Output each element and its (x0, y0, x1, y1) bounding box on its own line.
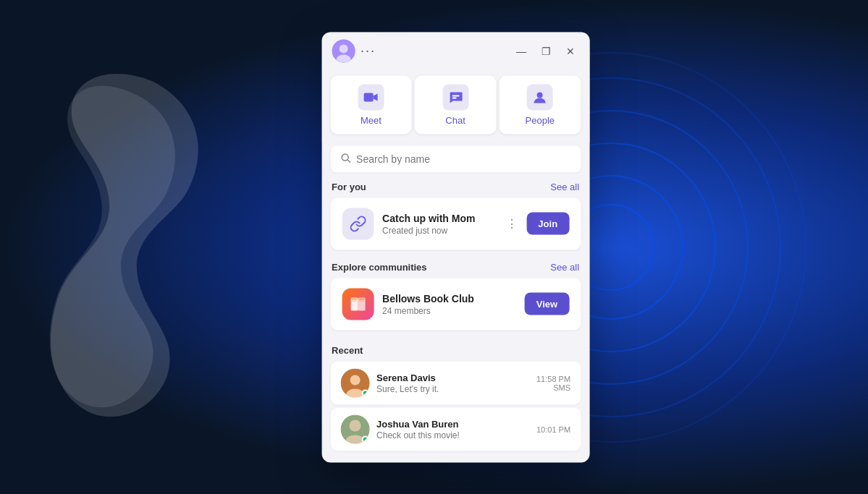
joshua-timestamp: 10:01 PM (536, 425, 570, 433)
user-avatar[interactable] (332, 39, 355, 62)
book-club-actions: View (525, 293, 569, 315)
svg-point-1 (339, 44, 347, 53)
svg-rect-13 (351, 300, 357, 301)
recent-section: Recent Serena Davis Sure, Let's try it. … (321, 341, 589, 462)
joshua-avatar (340, 414, 369, 443)
svg-rect-4 (452, 95, 459, 96)
explore-see-all[interactable]: See all (550, 261, 579, 272)
svg-rect-12 (358, 298, 364, 299)
people-button[interactable]: People (499, 75, 581, 134)
svg-point-19 (349, 420, 361, 431)
catch-up-more-button[interactable]: ⋮ (503, 214, 521, 234)
svg-point-6 (537, 92, 543, 98)
people-icon (527, 84, 553, 110)
minimize-button[interactable]: — (513, 42, 530, 59)
svg-line-8 (347, 160, 350, 163)
nav-buttons: Meet Chat People (321, 69, 589, 142)
svg-point-16 (350, 375, 360, 385)
chat-label: Chat (445, 114, 465, 125)
meet-button[interactable]: Meet (330, 75, 412, 134)
close-button[interactable]: ✕ (562, 42, 579, 59)
serena-message: Sure, Let's try it. (376, 383, 529, 393)
serena-avatar (340, 368, 369, 397)
catch-up-icon (342, 208, 374, 239)
svg-rect-11 (351, 298, 357, 299)
view-button[interactable]: View (525, 293, 569, 315)
serena-timestamp: 11:58 PM (536, 374, 570, 383)
svg-rect-5 (452, 97, 456, 98)
chat-button[interactable]: Chat (415, 75, 497, 134)
joshua-info: Joshua Van Buren Check out this movie! (376, 418, 529, 440)
svg-rect-3 (363, 93, 373, 101)
book-club-title: Bellows Book Club (382, 292, 516, 304)
explore-header: Explore communities See all (330, 261, 581, 272)
joshua-time: 10:01 PM (536, 425, 570, 433)
svg-rect-14 (358, 300, 364, 301)
title-bar-left: ··· (332, 39, 376, 62)
join-button[interactable]: Join (526, 213, 569, 235)
for-you-see-all[interactable]: See all (550, 181, 579, 192)
search-input[interactable] (356, 153, 570, 165)
recent-item-serena[interactable]: Serena Davis Sure, Let's try it. 11:58 P… (330, 361, 581, 404)
meet-icon (358, 84, 384, 110)
more-options-button[interactable]: ··· (361, 43, 376, 59)
book-club-subtitle: 24 members (382, 305, 516, 315)
serena-message-type: SMS (536, 383, 570, 391)
book-club-icon (342, 288, 374, 320)
recent-title: Recent (330, 344, 581, 355)
search-bar (330, 145, 581, 172)
catch-up-subtitle: Created just now (382, 225, 494, 235)
catch-up-card: Catch up with Mom Created just now ⋮ Joi… (330, 197, 581, 250)
joshua-online-indicator (361, 435, 368, 443)
for-you-section: For you See all Catch up with Mom Create… (321, 181, 589, 261)
chat-icon (442, 84, 468, 110)
people-label: People (526, 114, 555, 125)
restore-button[interactable]: ❐ (537, 42, 555, 59)
window-controls: — ❐ ✕ (513, 42, 579, 59)
recent-item-joshua[interactable]: Joshua Van Buren Check out this movie! 1… (330, 407, 581, 451)
serena-online-indicator (361, 389, 368, 396)
catch-up-actions: ⋮ Join (503, 213, 569, 235)
book-club-card: Bellows Book Club 24 members View (330, 278, 581, 330)
serena-info: Serena Davis Sure, Let's try it. (376, 372, 529, 393)
explore-title: Explore communities (332, 261, 426, 272)
search-icon (340, 153, 350, 165)
for-you-title: For you (332, 181, 366, 192)
book-club-info: Bellows Book Club 24 members (382, 292, 516, 315)
joshua-name: Joshua Van Buren (376, 418, 529, 429)
catch-up-info: Catch up with Mom Created just now (382, 212, 494, 235)
serena-time: 11:58 PM SMS (536, 374, 570, 391)
serena-name: Serena Davis (376, 372, 529, 383)
joshua-message: Check out this movie! (376, 430, 529, 440)
meet-label: Meet (361, 114, 382, 125)
catch-up-title: Catch up with Mom (382, 212, 494, 223)
app-window: ··· — ❐ ✕ Meet (321, 32, 589, 462)
explore-section: Explore communities See all Bellows Book… (321, 261, 589, 341)
for-you-header: For you See all (330, 181, 581, 192)
title-bar: ··· — ❐ ✕ (321, 32, 589, 69)
